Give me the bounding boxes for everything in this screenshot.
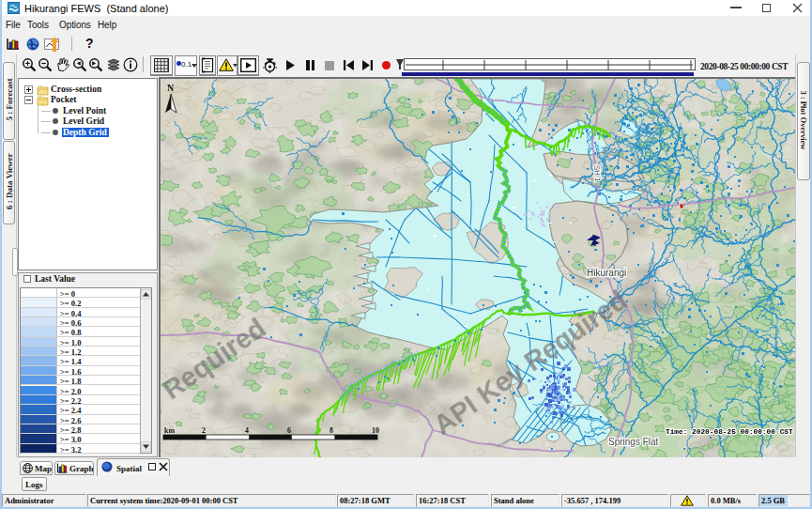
svg-text:km: km xyxy=(164,426,175,435)
svg-text:N: N xyxy=(167,83,175,93)
svg-text:Springs Flat: Springs Flat xyxy=(608,437,659,447)
svg-text:2: 2 xyxy=(202,426,206,435)
svg-text:8: 8 xyxy=(329,426,333,435)
svg-text:4: 4 xyxy=(245,426,249,435)
svg-text:Time: 2020-08-25 00:00:00 CST: Time: 2020-08-25 00:00:00 CST xyxy=(666,428,793,436)
svg-text:6: 6 xyxy=(287,426,291,435)
svg-text:Hikurangi: Hikurangi xyxy=(587,268,626,278)
svg-text:10: 10 xyxy=(372,426,379,435)
svg-text:SH 1: SH 1 xyxy=(592,165,602,183)
